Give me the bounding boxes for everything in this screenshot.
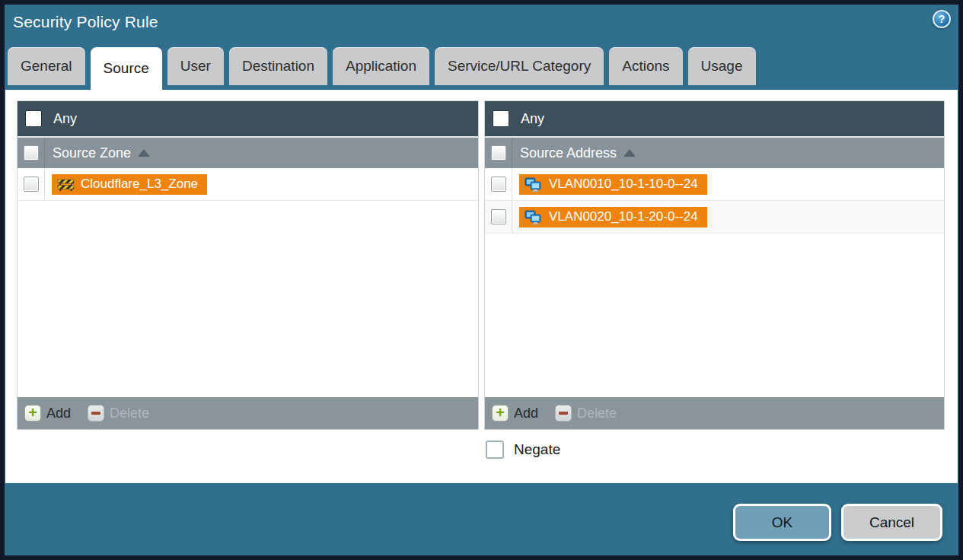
source-address-add-button[interactable]: + Add bbox=[492, 405, 538, 422]
source-address-column-header: Source Address bbox=[485, 136, 944, 168]
tab-user[interactable]: User bbox=[167, 47, 224, 85]
address-name: VLAN0010_10-1-10-0--24 bbox=[549, 177, 698, 192]
source-zone-any-row: Any bbox=[18, 101, 478, 136]
tab-source[interactable]: Source bbox=[91, 47, 162, 90]
add-plus-icon: + bbox=[492, 405, 509, 422]
source-address-select-all-checkbox[interactable] bbox=[491, 145, 506, 161]
ok-button[interactable]: OK bbox=[733, 504, 831, 541]
tab-strip: General Source User Destination Applicat… bbox=[8, 47, 756, 90]
source-tab-content: Any Source Zone bbox=[5, 90, 958, 483]
delete-minus-icon bbox=[88, 405, 104, 422]
source-zone-sort-header[interactable]: Source Zone bbox=[45, 145, 150, 161]
tab-service-url-category[interactable]: Service/URL Category bbox=[435, 47, 604, 85]
address-object-tag[interactable]: VLAN0020_10-1-20-0--24 bbox=[519, 207, 707, 228]
negate-checkbox[interactable] bbox=[486, 441, 504, 459]
source-address-row[interactable]: VLAN0020_10-1-20-0--24 bbox=[485, 201, 944, 234]
sort-ascending-icon bbox=[623, 149, 636, 157]
source-address-row-checkbox[interactable] bbox=[491, 177, 506, 192]
source-address-row[interactable]: VLAN0010_10-1-10-0--24 bbox=[485, 168, 944, 201]
source-zone-delete-button[interactable]: Delete bbox=[88, 405, 149, 422]
address-name: VLAN0020_10-1-20-0--24 bbox=[549, 209, 698, 224]
negate-control: Negate bbox=[486, 441, 560, 459]
tab-application[interactable]: Application bbox=[333, 47, 429, 85]
sort-ascending-icon bbox=[138, 149, 150, 157]
delete-minus-icon bbox=[555, 405, 572, 422]
source-zone-add-button[interactable]: + Add bbox=[24, 405, 71, 422]
tab-usage[interactable]: Usage bbox=[688, 47, 756, 85]
source-zone-panel: Any Source Zone bbox=[18, 101, 478, 429]
source-zone-any-checkbox[interactable] bbox=[25, 110, 42, 127]
source-zone-toolbar: + Add Delete bbox=[18, 397, 478, 429]
negate-label: Negate bbox=[514, 441, 560, 458]
tab-general[interactable]: General bbox=[8, 47, 85, 85]
help-icon[interactable]: ? bbox=[933, 10, 951, 28]
address-icon bbox=[525, 177, 543, 192]
source-address-panel: Any Source Address bbox=[485, 101, 944, 429]
cancel-button[interactable]: Cancel bbox=[841, 504, 942, 541]
source-address-toolbar: + Add Delete bbox=[485, 397, 944, 429]
zone-object-tag[interactable]: Cloudflare_L3_Zone bbox=[52, 174, 207, 195]
source-address-any-row: Any bbox=[485, 101, 944, 136]
source-address-sort-header[interactable]: Source Address bbox=[512, 145, 636, 161]
source-zone-select-all-checkbox[interactable] bbox=[24, 145, 39, 161]
source-address-any-checkbox[interactable] bbox=[493, 110, 509, 127]
source-address-any-label: Any bbox=[521, 111, 544, 127]
source-zone-any-label: Any bbox=[53, 111, 77, 127]
source-zone-column-header: Source Zone bbox=[18, 136, 478, 168]
zone-name: Cloudflare_L3_Zone bbox=[81, 177, 198, 192]
source-zone-row-checkbox[interactable] bbox=[24, 177, 39, 192]
source-zone-rows: Cloudflare_L3_Zone bbox=[18, 168, 478, 397]
source-address-row-checkbox[interactable] bbox=[491, 209, 506, 224]
address-object-tag[interactable]: VLAN0010_10-1-10-0--24 bbox=[519, 174, 707, 195]
source-address-rows: VLAN0010_10-1-10-0--24 VLAN0 bbox=[485, 168, 944, 397]
zone-icon bbox=[57, 178, 75, 191]
source-zone-row[interactable]: Cloudflare_L3_Zone bbox=[18, 168, 478, 201]
dialog-title: Security Policy Rule bbox=[13, 13, 158, 31]
tab-actions[interactable]: Actions bbox=[609, 47, 682, 85]
source-zone-column-label: Source Zone bbox=[53, 145, 131, 161]
add-plus-icon: + bbox=[24, 405, 41, 422]
address-icon bbox=[525, 210, 543, 224]
source-address-delete-button[interactable]: Delete bbox=[555, 405, 617, 422]
tab-destination[interactable]: Destination bbox=[229, 47, 327, 85]
source-address-column-label: Source Address bbox=[520, 145, 617, 161]
